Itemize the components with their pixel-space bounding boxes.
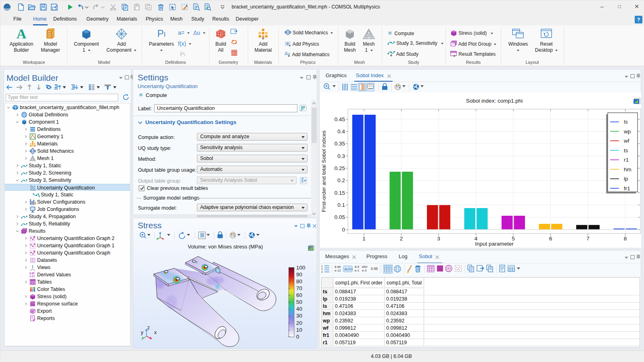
svg-text:6: 6	[549, 236, 552, 242]
svg-text:wf: wf	[623, 138, 629, 144]
svg-text:ts: ts	[624, 147, 628, 154]
svg-text:0.45: 0.45	[335, 116, 345, 122]
svg-text:AUTO: AUTO	[345, 267, 353, 271]
svg-text:0.85: 0.85	[371, 267, 378, 271]
svg-text:e-3: e-3	[362, 269, 367, 272]
svg-text:Sobol index: comp1.phi: Sobol index: comp1.phi	[466, 98, 523, 104]
svg-text:3: 3	[437, 236, 440, 242]
svg-text:100: 100	[296, 265, 305, 271]
svg-text:30: 30	[296, 313, 302, 319]
svg-text:2: 2	[321, 267, 323, 270]
svg-text:0.35: 0.35	[335, 141, 345, 147]
svg-text:Input parameter: Input parameter	[475, 241, 514, 247]
svg-text:0.3: 0.3	[337, 153, 345, 159]
svg-text:0: 0	[296, 334, 299, 340]
svg-text:1: 1	[321, 265, 323, 267]
svg-text:70: 70	[296, 285, 302, 291]
svg-text:0.25: 0.25	[335, 165, 345, 171]
svg-text:hm: hm	[624, 166, 631, 173]
svg-text:8: 8	[624, 236, 627, 242]
svg-text:r1: r1	[624, 157, 629, 163]
svg-text:lp: lp	[624, 176, 628, 182]
svg-text:2: 2	[400, 236, 403, 242]
svg-text:3: 3	[321, 270, 323, 273]
svg-text:20: 20	[296, 320, 302, 326]
svg-text:0.1: 0.1	[337, 202, 345, 208]
svg-text:0.15: 0.15	[335, 190, 345, 196]
svg-text:y: y	[141, 330, 144, 335]
svg-text:90: 90	[296, 272, 302, 278]
svg-text:z: z	[147, 325, 150, 330]
svg-text:0.4: 0.4	[337, 128, 345, 135]
svg-text:First-order and total Sobol in: First-order and total Sobol indices	[321, 130, 327, 212]
svg-text:ls: ls	[624, 119, 628, 125]
svg-text:850: 850	[362, 265, 368, 269]
svg-text:60: 60	[296, 292, 302, 298]
svg-text:e-1: e-1	[355, 269, 360, 272]
svg-text:fr1: fr1	[624, 185, 630, 192]
svg-text:8.5: 8.5	[355, 265, 360, 269]
svg-text:8.85: 8.85	[335, 265, 341, 269]
svg-text:40: 40	[296, 306, 302, 312]
svg-text:wp: wp	[623, 128, 631, 135]
svg-text:x: x	[154, 330, 157, 335]
svg-text:e-12: e-12	[335, 269, 341, 272]
svg-text:7: 7	[586, 236, 590, 242]
svg-text:1: 1	[362, 236, 366, 242]
svg-text:10: 10	[296, 327, 302, 333]
svg-text:50: 50	[296, 299, 302, 305]
svg-text:0: 0	[342, 227, 345, 233]
svg-text:0.2: 0.2	[337, 177, 345, 183]
svg-text:80: 80	[296, 278, 302, 284]
svg-text:0.05: 0.05	[335, 214, 345, 220]
